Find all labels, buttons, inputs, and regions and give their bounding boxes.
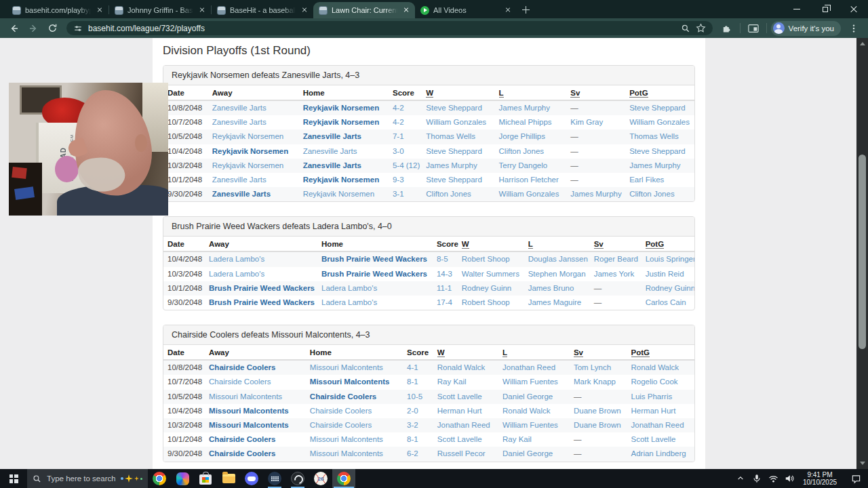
winning-pitcher-link[interactable]: James Murphy <box>426 161 477 169</box>
score-link[interactable]: 8-1 <box>407 435 418 443</box>
score-link[interactable]: 17-4 <box>437 298 452 306</box>
home-team-link[interactable]: Chairside Coolers <box>310 392 376 401</box>
home-team-link[interactable]: Reykjavik Norsemen <box>303 176 380 184</box>
hidden-icons-chevron[interactable] <box>732 469 749 488</box>
player-of-the-game-link[interactable]: Luis Pharris <box>631 392 673 401</box>
winning-pitcher-link[interactable]: Jonathan Reed <box>437 421 490 429</box>
player-of-the-game-link[interactable]: Steve Sheppard <box>629 147 685 155</box>
player-of-the-game-link[interactable]: Justin Reid <box>646 270 684 278</box>
away-team-link[interactable]: Ladera Lambo's <box>209 255 264 263</box>
home-team-link[interactable]: Zanesville Jarts <box>303 132 361 140</box>
player-of-the-game-link[interactable]: Earl Fikes <box>629 176 664 184</box>
browser-tab[interactable]: Johnny Griffin - BaseHit, a free <box>109 2 211 18</box>
losing-pitcher-link[interactable]: Terry Dangelo <box>499 161 548 169</box>
losing-pitcher-link[interactable]: Jorge Phillips <box>499 132 545 140</box>
home-team-link[interactable]: Missouri Malcontents <box>310 435 383 443</box>
score-link[interactable]: 6-2 <box>407 449 418 458</box>
score-link[interactable]: 7-1 <box>393 132 404 140</box>
player-of-the-game-link[interactable]: Steve Sheppard <box>629 104 685 112</box>
home-team-link[interactable]: Chairside Coolers <box>310 421 372 429</box>
network-icon[interactable] <box>765 469 781 488</box>
away-team-link[interactable]: Missouri Malcontents <box>209 392 282 401</box>
away-team-link[interactable]: Zanesville Jarts <box>212 104 267 112</box>
player-of-the-game-link[interactable]: Rogelio Cook <box>631 378 678 386</box>
losing-pitcher-link[interactable]: James Bruno <box>528 284 574 292</box>
player-of-the-game-link[interactable]: Carlos Cain <box>646 298 686 306</box>
explorer-taskbar-button[interactable] <box>217 469 240 488</box>
losing-pitcher-link[interactable]: William Gonzales <box>499 190 559 198</box>
away-team-link[interactable]: Reykjavik Norsemen <box>212 161 283 169</box>
close-tab-icon[interactable] <box>95 5 104 15</box>
away-team-link[interactable]: Zanesville Jarts <box>212 176 267 184</box>
player-of-the-game-link[interactable]: Adrian Lindberg <box>631 449 686 458</box>
browser-menu-icon[interactable] <box>845 20 863 37</box>
save-pitcher-link[interactable]: Kim Gray <box>570 118 603 126</box>
winning-pitcher-link[interactable]: Thomas Wells <box>426 132 475 140</box>
away-team-link[interactable]: Zanesville Jarts <box>212 118 267 126</box>
winning-pitcher-link[interactable]: Rodney Guinn <box>462 284 512 292</box>
away-team-link[interactable]: Reykjavik Norsemen <box>212 132 283 140</box>
winning-pitcher-link[interactable]: Clifton Jones <box>426 190 471 198</box>
away-team-link[interactable]: Missouri Malcontents <box>209 407 289 415</box>
away-team-link[interactable]: Missouri Malcontents <box>209 421 289 429</box>
score-link[interactable]: 14-3 <box>437 270 452 278</box>
score-link[interactable]: 11-1 <box>437 284 452 292</box>
losing-pitcher-link[interactable]: Clifton Jones <box>499 147 544 155</box>
new-tab-button[interactable] <box>517 1 534 18</box>
score-link[interactable]: 3-1 <box>393 190 404 198</box>
home-team-link[interactable]: Brush Prairie Weed Wackers <box>321 270 427 278</box>
browser-tab[interactable]: basehit.com/playbyplay/playby <box>7 2 108 18</box>
away-team-link[interactable]: Reykjavik Norsemen <box>212 147 289 155</box>
browser-tab[interactable]: BaseHit - a baseball managem <box>212 2 313 18</box>
numpad-taskbar-button[interactable] <box>263 469 286 488</box>
score-link[interactable]: 5-4 (12) <box>393 161 420 169</box>
save-pitcher-link[interactable]: Tom Lynch <box>574 363 611 371</box>
losing-pitcher-link[interactable]: Douglas Janssen <box>528 255 588 263</box>
browser-tab[interactable]: All Videos <box>415 2 517 18</box>
losing-pitcher-link[interactable]: William Fuentes <box>502 378 558 386</box>
save-pitcher-link[interactable]: Duane Brown <box>574 407 621 415</box>
winning-pitcher-link[interactable]: Robert Shoop <box>462 255 510 263</box>
score-link[interactable]: 3-0 <box>393 147 404 155</box>
player-of-the-game-link[interactable]: Jonathan Reed <box>631 421 684 429</box>
winning-pitcher-link[interactable]: Herman Hurt <box>437 407 482 415</box>
away-team-link[interactable]: Zanesville Jarts <box>212 190 271 198</box>
score-link[interactable]: 10-5 <box>407 392 422 401</box>
score-link[interactable]: 3-2 <box>407 421 418 429</box>
close-window-button[interactable] <box>840 0 868 18</box>
winning-pitcher-link[interactable]: Scott Lavelle <box>437 392 482 401</box>
winning-pitcher-link[interactable]: Steve Sheppard <box>426 176 481 184</box>
score-link[interactable]: 2-0 <box>407 407 418 415</box>
winning-pitcher-link[interactable]: Ray Kail <box>437 378 467 386</box>
losing-pitcher-link[interactable]: Micheal Phipps <box>499 118 552 126</box>
obs-taskbar-button[interactable] <box>286 469 309 488</box>
away-team-link[interactable]: Chairside Coolers <box>209 435 275 443</box>
losing-pitcher-link[interactable]: William Fuentes <box>502 421 558 429</box>
close-tab-icon[interactable] <box>503 5 513 15</box>
losing-pitcher-link[interactable]: Harrison Fletcher <box>499 176 559 184</box>
site-info-icon[interactable] <box>73 24 83 33</box>
away-team-link[interactable]: Ladera Lambo's <box>209 270 264 278</box>
losing-pitcher-link[interactable]: Ronald Walck <box>502 407 551 415</box>
away-team-link[interactable]: Chairside Coolers <box>209 363 275 371</box>
scrollbar-thumb[interactable] <box>859 155 866 349</box>
address-bar[interactable]: basehit.com/league/732/playoffs <box>66 21 713 35</box>
away-team-link[interactable]: Chairside Coolers <box>209 449 275 458</box>
score-link[interactable]: 4-1 <box>407 363 418 371</box>
player-of-the-game-link[interactable]: Thomas Wells <box>629 132 679 140</box>
chrome-active-taskbar-button[interactable] <box>332 469 355 488</box>
player-of-the-game-link[interactable]: Ronald Walck <box>631 363 679 371</box>
save-pitcher-link[interactable]: Roger Beard <box>594 255 638 263</box>
home-team-link[interactable]: Brush Prairie Weed Wackers <box>321 255 427 263</box>
home-team-link[interactable]: Missouri Malcontents <box>310 449 383 458</box>
home-team-link[interactable]: Reykjavik Norsemen <box>303 190 374 198</box>
back-button[interactable] <box>5 20 23 37</box>
profile-chip[interactable]: Verify it's you <box>771 21 841 36</box>
save-pitcher-link[interactable]: James Murphy <box>570 190 621 198</box>
score-link[interactable]: 8-1 <box>407 378 418 386</box>
reading-mode-icon[interactable] <box>745 20 762 37</box>
home-team-link[interactable]: Reykjavik Norsemen <box>303 118 380 126</box>
winning-pitcher-link[interactable]: Russell Pecor <box>437 449 486 458</box>
home-team-link[interactable]: Zanesville Jarts <box>303 161 361 169</box>
away-team-link[interactable]: Brush Prairie Weed Wackers <box>209 298 315 306</box>
